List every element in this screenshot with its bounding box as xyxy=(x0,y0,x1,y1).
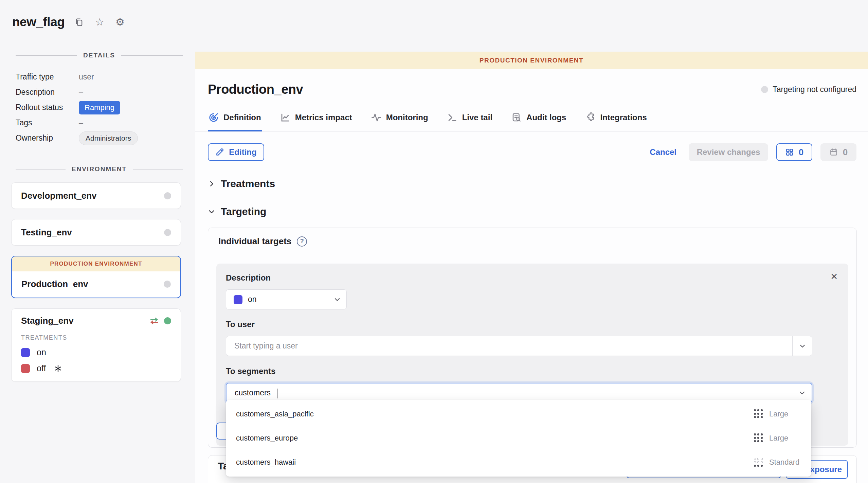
segment-name: customers_europe xyxy=(236,434,298,443)
env-card-testing[interactable]: Testing_env xyxy=(11,219,181,246)
production-environment-banner-main: PRODUCTION ENVIRONMENT xyxy=(195,52,868,69)
details-table: Traffic type user Description – Rollout … xyxy=(16,69,195,146)
detail-value: – xyxy=(79,88,83,97)
tab-live-tail[interactable]: Live tail xyxy=(447,110,493,131)
segment-size: Large xyxy=(769,434,800,443)
detail-row-description: Description – xyxy=(16,85,195,100)
tab-monitoring[interactable]: Monitoring xyxy=(370,110,429,131)
sidebar: new_flag ☆ ⚙ DETAILS Traffic type user D… xyxy=(0,0,195,483)
text-caret xyxy=(277,389,277,398)
flag-title: new_flag xyxy=(12,15,65,29)
treatment-name: off xyxy=(37,363,46,373)
metrics-chart-icon xyxy=(280,112,290,123)
individual-targets-title: Individual targets xyxy=(218,236,291,247)
env-name: Testing_env xyxy=(21,227,72,238)
status-dot-icon xyxy=(761,86,768,93)
segments-dropdown: customers_asia_pacific Large customers_e… xyxy=(226,400,811,477)
segment-name: customers_hawaii xyxy=(236,458,296,467)
schedule-count-button[interactable]: 0 xyxy=(820,143,856,161)
segment-size: Standard xyxy=(769,458,800,467)
to-segments-input[interactable] xyxy=(227,383,792,402)
env-name: Development_env xyxy=(21,191,97,201)
env-card-staging[interactable]: Staging_env TREATMENTS on xyxy=(11,308,181,382)
help-icon[interactable]: ? xyxy=(297,236,307,247)
env-status-dot xyxy=(164,192,171,199)
chevron-down-icon[interactable] xyxy=(792,383,812,402)
detail-label: Rollout status xyxy=(16,103,79,112)
standard-segment-icon xyxy=(754,458,763,467)
flag-header: new_flag ☆ ⚙ xyxy=(0,0,195,29)
tab-definition[interactable]: Definition xyxy=(208,110,262,131)
treatment-row-on: on xyxy=(21,347,171,357)
treatment-swatch-on xyxy=(234,295,242,304)
treatment-swatch-off xyxy=(21,364,30,373)
page-title: Production_env xyxy=(208,82,303,97)
review-changes-button[interactable]: Review changes xyxy=(689,143,768,161)
env-status-dot-green xyxy=(164,317,171,324)
dropdown-item-customers-hawaii[interactable]: customers_hawaii Standard xyxy=(226,450,811,475)
targeting-status: Targeting not configured xyxy=(761,85,856,94)
tab-metrics-impact[interactable]: Metrics impact xyxy=(279,110,353,131)
section-targeting[interactable]: Targeting xyxy=(195,206,868,217)
detail-value: user xyxy=(79,72,94,82)
chevron-down-icon[interactable] xyxy=(328,290,346,309)
treatments-heading: TREATMENTS xyxy=(21,334,171,341)
treatments-section-label: Treatments xyxy=(221,178,275,190)
ownership-pill[interactable]: Administrators xyxy=(79,131,138,145)
targeting-status-label: Targeting not configured xyxy=(773,85,856,94)
rollout-status-badge: Ramping xyxy=(79,101,120,114)
production-environment-banner: PRODUCTION ENVIRONMENT xyxy=(12,256,180,271)
pulse-icon xyxy=(371,112,381,123)
tabs: Definition Metrics impact xyxy=(195,110,868,132)
audit-log-icon xyxy=(511,112,522,123)
chevron-down-icon xyxy=(208,208,215,215)
tab-label: Monitoring xyxy=(386,113,428,122)
environment-heading: ENVIRONMENT xyxy=(72,165,127,173)
exposure-button-label: xposure xyxy=(810,465,842,474)
copy-icon[interactable] xyxy=(73,16,85,28)
tab-label: Definition xyxy=(223,113,261,122)
selected-treatment-label: on xyxy=(248,295,257,304)
detail-label: Tags xyxy=(16,118,79,127)
cancel-link[interactable]: Cancel xyxy=(650,147,676,157)
section-treatments[interactable]: Treatments xyxy=(195,178,868,190)
details-divider: DETAILS xyxy=(16,52,183,59)
star-icon[interactable]: ☆ xyxy=(94,16,105,28)
main-panel: PRODUCTION ENVIRONMENT Production_env Ta… xyxy=(195,52,868,483)
to-user-input[interactable] xyxy=(226,336,792,356)
close-icon[interactable]: × xyxy=(831,270,837,282)
tab-integrations[interactable]: Integrations xyxy=(584,110,647,131)
to-user-label: To user xyxy=(226,320,839,329)
segment-name: customers_asia_pacific xyxy=(236,410,314,418)
dropdown-item-customers-asia-pacific[interactable]: customers_asia_pacific Large xyxy=(226,402,811,426)
treatment-select[interactable]: on xyxy=(226,289,347,309)
env-name: Staging_env xyxy=(21,316,74,326)
detail-row-traffic-type: Traffic type user xyxy=(16,69,195,85)
definition-target-icon xyxy=(209,112,219,123)
to-user-combo xyxy=(226,336,812,356)
tab-label: Live tail xyxy=(462,113,492,122)
editing-label: Editing xyxy=(229,147,256,157)
gear-icon[interactable]: ⚙ xyxy=(114,16,126,28)
to-segments-label: To segments xyxy=(226,366,839,376)
chevron-down-icon[interactable] xyxy=(792,336,812,356)
detail-row-rollout-status: Rollout status Ramping xyxy=(16,100,195,115)
changes-count: 0 xyxy=(799,147,803,158)
env-card-production[interactable]: PRODUCTION ENVIRONMENT Production_env xyxy=(11,256,181,298)
tab-audit-logs[interactable]: Audit logs xyxy=(511,110,567,131)
tab-label: Integrations xyxy=(600,113,647,122)
sync-arrows-icon xyxy=(149,317,159,325)
env-name: Production_env xyxy=(21,279,88,289)
env-card-development[interactable]: Development_env xyxy=(11,182,181,209)
dropdown-item-customers-europe[interactable]: customers_europe Large xyxy=(226,426,811,450)
default-treatment-asterisk-icon xyxy=(54,364,62,373)
detail-row-tags: Tags – xyxy=(16,115,195,130)
treatment-swatch-on xyxy=(21,348,30,357)
detail-label: Traffic type xyxy=(16,72,79,82)
puzzle-icon xyxy=(585,112,595,123)
editing-button[interactable]: Editing xyxy=(208,143,264,161)
changes-count-button[interactable]: 0 xyxy=(776,143,812,161)
detail-row-ownership: Ownership Administrators xyxy=(16,130,195,146)
treatment-row-off: off xyxy=(21,363,171,373)
pencil-icon xyxy=(215,148,224,157)
